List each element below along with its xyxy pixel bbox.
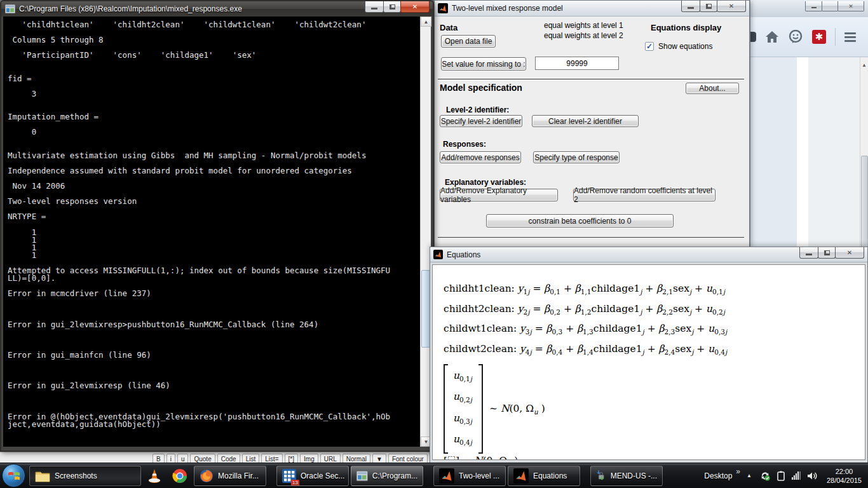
constrain-beta-button[interactable]: constrain beta coefficients to 0 (486, 214, 674, 227)
console-minimize-button[interactable] (365, 1, 384, 13)
editor-button-img[interactable]: Img (300, 454, 318, 463)
dialog-close-button[interactable]: ✕ (717, 1, 746, 12)
toolbar-separator (835, 28, 836, 46)
equation-line: childwt2clean: y4j = β0,4 + β1,4childage… (444, 341, 865, 361)
browser-titlebar[interactable]: ✕ (750, 0, 868, 17)
editor-button-sym[interactable]: ▼ (372, 454, 386, 463)
browser-close-button[interactable]: ✕ (837, 1, 864, 11)
vector-entry: u0,4j (453, 430, 472, 451)
add-remove-responses-button[interactable]: Add/remove responses (440, 151, 521, 163)
console-window-icon (5, 4, 15, 13)
browser-toolbar: ✱ (750, 17, 868, 57)
sync-status-icon[interactable] (760, 471, 770, 481)
taskbar-clock[interactable]: 22:00 28/04/2015 (827, 467, 862, 485)
collapsed-matrix-box[interactable] (448, 456, 455, 460)
scroll-up-icon[interactable]: ▲ (421, 17, 431, 27)
desktop-toolbar-label[interactable]: Desktop (704, 471, 732, 480)
section-divider (438, 79, 744, 79)
taskbar-item-firefox[interactable]: Mozilla Fir... (194, 466, 266, 486)
editor-button-url[interactable]: URL (320, 454, 341, 463)
browser-maximize-button[interactable] (822, 1, 838, 11)
editor-button-u[interactable]: u (177, 454, 189, 463)
scroll-up-icon[interactable]: ▲ (862, 62, 867, 68)
volume-icon[interactable] (807, 471, 818, 481)
taskbar-item-matlab-equations[interactable]: Equations (508, 466, 580, 486)
equation-line: childwt1clean: y3j = β0,3 + β1,3childage… (444, 320, 865, 341)
console-window: C:\Program Files (x86)\Realcom\Imputatio… (0, 0, 434, 452)
clock-time: 22:00 (827, 467, 862, 476)
dialog-maximize-button[interactable] (700, 1, 717, 12)
system-tray: Desktop » ▲ (686, 467, 868, 485)
dialog-minimize-button[interactable] (681, 1, 700, 12)
browser-editor-toolbar: BiuQuoteCodeListList=[*]ImgURLNormal▼Fon… (0, 452, 434, 463)
equations-close-button[interactable]: ✕ (835, 247, 864, 259)
equations-minimize-button[interactable] (799, 247, 818, 259)
vector-entry: u0,1j (453, 367, 472, 388)
model-dialog-window: Two-level mixed response model ✕ Data eq… (434, 0, 750, 247)
console-titlebar[interactable]: C:\Program Files (x86)\Realcom\Imputatio… (1, 1, 433, 17)
equation-line: childht2clean: y2j = β0,2 + β1,2childage… (444, 301, 865, 321)
network-icon[interactable] (792, 471, 801, 480)
about-button[interactable]: About... (686, 83, 739, 94)
equations-maximize-button[interactable] (818, 247, 836, 259)
windows-flag-icon (8, 470, 20, 482)
missing-value-input[interactable] (535, 57, 619, 70)
editor-button-list[interactable]: List= (261, 454, 282, 463)
partial-toolbar-icon (750, 32, 756, 42)
desktop: ✕ ✱ ▲ (0, 0, 868, 488)
clear-level2-button[interactable]: Clear level-2 identifier (532, 115, 639, 127)
weights-note: equal weights at level 1 equal weights a… (544, 20, 623, 41)
equations-content: childht1clean: y1j = β0,1 + β1,1childage… (432, 264, 865, 460)
editor-button-b[interactable]: B (153, 454, 165, 463)
add-random-coeff-button[interactable]: Add/Remove random coefficients at level … (573, 189, 715, 201)
model-dialog-titlebar[interactable]: Two-level mixed response model ✕ (435, 1, 749, 17)
toolbar-chevron[interactable]: » (736, 467, 740, 476)
home-icon[interactable] (765, 30, 779, 43)
equations-list: childht1clean: y1j = β0,1 + β1,1childage… (444, 280, 865, 360)
lastpass-icon[interactable]: ✱ (812, 30, 826, 44)
random-effects-vector: u0,1ju0,2ju0,3ju0,4j ~ N(0, Ωu ) (444, 364, 865, 453)
add-explanatory-button[interactable]: Add/Remove Explanatory variables (440, 189, 558, 201)
vector-distribution: ~ N(0, Ωu ) (489, 403, 545, 416)
specify-response-type-button[interactable]: Specify type of response (533, 151, 620, 163)
open-data-file-button[interactable]: Open data file (441, 35, 496, 48)
feedback-smiley-icon[interactable] (788, 30, 803, 44)
editor-button-i[interactable]: i (166, 454, 175, 463)
equation-line: childht1clean: y1j = β0,1 + β1,1childage… (444, 280, 865, 301)
taskbar-item-console[interactable]: C:\Program... (351, 466, 423, 486)
specify-level2-button[interactable]: Specify level-2 identifier (440, 115, 522, 127)
editor-button-normal[interactable]: Normal (342, 454, 370, 463)
equations-window: Equations ✕ childht1clean: y1j = β0,1 + … (430, 247, 868, 463)
taskbar-item-screenshots[interactable]: Screenshots (29, 466, 141, 486)
console-body: 'childht1clean' 'childht2clean' 'childwt… (3, 17, 431, 447)
console-restore-button[interactable] (383, 1, 401, 13)
show-equations-label: Show equations (658, 42, 712, 51)
taskbar-item-chrome[interactable] (168, 466, 192, 486)
set-missing-value-button[interactable]: Set value for missing to : (441, 57, 526, 71)
vlc-icon (147, 468, 161, 484)
vector-entries: u0,1ju0,2ju0,3ju0,4j (448, 364, 478, 453)
browser-minimize-button[interactable] (805, 1, 822, 11)
editor-button-sym[interactable]: [*] (285, 454, 298, 463)
equations-title: Equations (447, 250, 480, 259)
data-section-heading: Data (440, 23, 458, 32)
device-tray-icon[interactable] (776, 471, 785, 481)
taskbar-item-vlc[interactable] (143, 466, 166, 486)
editor-button-list[interactable]: List (242, 454, 260, 463)
taskbar-item-matlab-model[interactable]: Two-level ... (433, 466, 506, 486)
start-button[interactable] (2, 464, 25, 487)
menu-icon[interactable] (844, 32, 856, 42)
show-equations-checkbox[interactable]: ✓ (645, 42, 654, 51)
show-hidden-icons-button[interactable]: ▲ (747, 473, 752, 478)
browser-scroll-thumb[interactable] (861, 156, 868, 257)
editor-button-code[interactable]: Code (217, 454, 240, 463)
equations-titlebar[interactable]: Equations ✕ (430, 247, 867, 262)
folder-icon (35, 470, 50, 482)
taskbar-item-oracle[interactable]: 13 Oracle Sec... (276, 466, 349, 486)
console-close-button[interactable]: ✕ (400, 1, 430, 13)
taskbar-item-mendus[interactable]: MEND-US -... (590, 466, 663, 486)
editor-button-fontcolour[interactable]: Font colour (388, 454, 428, 463)
editor-button-quote[interactable]: Quote (190, 454, 215, 463)
level2-identifier-label: Level-2 identifier: (446, 105, 509, 114)
matlab-icon (433, 250, 443, 259)
